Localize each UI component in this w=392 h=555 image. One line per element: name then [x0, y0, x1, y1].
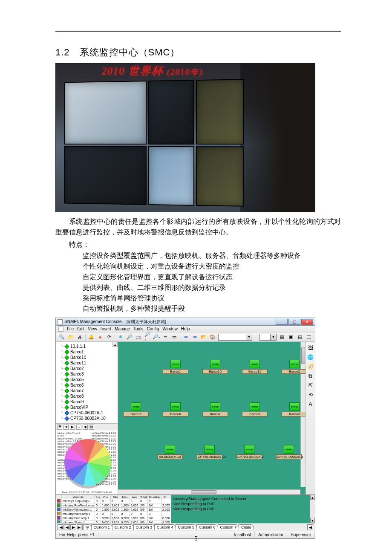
grid-header[interactable]: St...	[161, 495, 171, 499]
view-icon-3[interactable]: ▤	[297, 334, 303, 341]
log-scrollbar[interactable]: ▲ ▼	[310, 495, 315, 523]
menu-help[interactable]: Help	[181, 327, 190, 331]
grid-row[interactable]: mbStackWhiteLamp 101,8062,6031,8062,6038…	[56, 508, 171, 512]
grid-header[interactable]: Baseline	[148, 495, 161, 499]
tab-custom-1[interactable]: Custom 1	[91, 524, 113, 530]
arrange-icon[interactable]: ⧉	[307, 373, 314, 379]
view-icon-2[interactable]: ▣	[288, 334, 294, 341]
tree-tabs[interactable]: ☰ ★ ▶ ≡ ◉ ▤	[56, 423, 118, 430]
map-node[interactable]: snmpCP750-06002A-11	[197, 445, 222, 459]
tab-custom-5[interactable]: Custom 5	[176, 524, 197, 530]
scroll-up-icon[interactable]: ▲	[310, 495, 315, 500]
tree-tab-icon[interactable]: ▤	[89, 425, 94, 430]
tab-nav-first[interactable]: |◀	[58, 524, 63, 530]
tab-custom-4[interactable]: Custom 4	[154, 524, 176, 530]
map-node[interactable]: snmpBarco7	[202, 402, 228, 416]
menu-insert[interactable]: Insert	[101, 327, 111, 331]
scroll-thumb[interactable]	[191, 490, 216, 494]
tree-item[interactable]: └10.1.1.1	[60, 344, 118, 349]
tree-item[interactable]: └Barco9	[60, 399, 118, 405]
rect-tool-icon[interactable]: ▭	[171, 334, 178, 341]
bottom-tabs[interactable]: |◀ ◀ ▶ ▶| ry Custom 1 Custom 2 Custom 3 …	[56, 523, 315, 531]
back-icon[interactable]: ⬅	[182, 334, 189, 341]
grid-header[interactable]: Ins	[95, 495, 101, 499]
map-node[interactable]: snmpCP750-06002A-3	[276, 445, 302, 459]
view-icon-4[interactable]: ☷	[306, 334, 312, 341]
star-icon[interactable]: ❄	[117, 334, 124, 341]
text-icon[interactable]: A	[307, 401, 314, 408]
tab-custom-8[interactable]: Custo	[239, 524, 254, 530]
grid-row[interactable]: mbLampWattLamp 10000000	[56, 512, 171, 516]
map-node[interactable]: snmpBarco9	[282, 402, 306, 416]
minimize-button[interactable]: —	[276, 319, 288, 325]
tree-tab-icon[interactable]: ▶	[70, 425, 75, 430]
maximize-button[interactable]: ▢	[288, 319, 300, 325]
tree-item[interactable]: └Barco8	[60, 393, 118, 399]
tab-custom-6[interactable]: Custom 6	[196, 524, 218, 530]
grid-row[interactable]: mbLampFanLamp 108,5008,5008,5008,5008/68…	[56, 516, 171, 520]
open-icon[interactable]: 📁	[67, 334, 74, 341]
pie-chart-panel[interactable]: mbLampRunTime.1 0.785mbLampWatt.1 0.395m…	[56, 430, 118, 494]
tab-custom-7[interactable]: Custom 7	[218, 524, 239, 530]
forward-icon[interactable]: ➡	[191, 334, 198, 341]
alarm-icon[interactable]: 🔔	[88, 334, 95, 341]
refresh-icon[interactable]: ⟳	[106, 334, 112, 341]
rotate-icon[interactable]: ⟲	[307, 391, 314, 398]
tree-item[interactable]: └Barco2	[60, 366, 118, 371]
toolbar-combo-2[interactable]: ▼	[259, 334, 277, 341]
tree-tab-icon[interactable]: ◉	[83, 425, 88, 430]
tab-nav-last[interactable]: ▶|	[77, 524, 83, 530]
grid-header[interactable]: Max	[120, 495, 130, 499]
tree-item[interactable]: └Barco11	[60, 360, 118, 366]
chevron-down-icon[interactable]: ▼	[270, 334, 276, 340]
map-node[interactable]: snmpBarco8	[242, 402, 268, 416]
find-icon[interactable]: 🔍	[58, 334, 65, 341]
tab-custom-2[interactable]: Custom 2	[112, 524, 134, 530]
menu-window[interactable]: Window	[162, 327, 178, 331]
tree-item[interactable]: └Barco6	[60, 382, 118, 388]
horizontal-scrollbar[interactable]	[118, 489, 300, 494]
grid-header[interactable]: Ave	[130, 495, 139, 499]
grid-header[interactable]	[56, 495, 62, 499]
close-button[interactable]: ✕	[301, 319, 313, 325]
titlebar[interactable]: SNMPc Management Console - [深圳太平洋天利影城] —…	[56, 318, 315, 326]
tree-item[interactable]: └CP750-06002A-1	[60, 410, 118, 416]
grid-header[interactable]: Cur	[101, 495, 111, 499]
tree-item[interactable]: └Barco5	[60, 377, 118, 382]
map-node[interactable]: snmpBarco1	[163, 360, 188, 374]
map-node[interactable]: snmpBarco10	[202, 360, 228, 374]
menubar[interactable]: File Edit View Insert Manage Tools Confi…	[56, 326, 315, 332]
tree-tab-icon[interactable]: ★	[63, 425, 69, 430]
map-node[interactable]: snmp50-06002A-10	[157, 445, 183, 459]
tree-item[interactable]: └Barco7	[60, 388, 118, 393]
map-node[interactable]: snmpBarco5	[123, 402, 149, 416]
toolbar[interactable]: 🔍 📁 🖨 🔔 🔺 ⟳ ❄ 🔎 1:1 🔎+ 🔎- ━ ▭ ⬅ ➡ 📂 🏠 ▼ …	[56, 332, 315, 342]
tab-history[interactable]: ry	[83, 524, 92, 530]
zoom-out-icon[interactable]: 🔎-	[153, 334, 160, 341]
zoom-in-icon[interactable]: 🔎+	[144, 334, 151, 341]
map-node[interactable]: snmpBarco11	[242, 360, 268, 374]
scroll-up-icon[interactable]: ▲	[112, 342, 118, 347]
line-tool-icon[interactable]: ━	[162, 334, 169, 341]
menu-file[interactable]: File	[67, 327, 74, 331]
menu-manage[interactable]: Manage	[115, 327, 130, 331]
grid-row[interactable]: mbDropLampLamp-10000000	[56, 499, 171, 503]
tab-custom-3[interactable]: Custom 3	[133, 524, 155, 530]
zoom-11-button[interactable]: 1:1	[135, 334, 142, 341]
home-icon[interactable]: 🏠	[209, 334, 216, 341]
map-node[interactable]: snmpBarco6	[163, 402, 188, 416]
map-canvas[interactable]: snmpBarco1snmpBarco10snmpBarco11snmpBarc…	[118, 342, 306, 494]
tab-nav-next[interactable]: ▶	[70, 524, 76, 530]
scroll-down-icon[interactable]: ▼	[310, 518, 315, 523]
tree-item[interactable]: └Barco1	[60, 349, 118, 355]
data-grid[interactable]: Variable Ins Cur Min Max Ave Total Basel…	[56, 495, 171, 523]
grid-header[interactable]: Variable	[62, 495, 95, 499]
tree-item[interactable]: └Barco10	[60, 355, 118, 360]
tab-scroll-icon[interactable]: ◀	[307, 524, 313, 530]
globe-icon[interactable]: 🌐	[307, 354, 314, 361]
sysmenu-icon[interactable]	[58, 327, 63, 332]
grid-row[interactable]: mbLampRunTimeLamp01,8062,6031,8062,6032/…	[56, 503, 171, 508]
event-log[interactable]: iscovery/Status Agent Connected to Serve…	[171, 495, 315, 523]
tree-item[interactable]: └Barco3	[60, 371, 118, 377]
view-icon[interactable]: 🖼	[307, 344, 314, 351]
